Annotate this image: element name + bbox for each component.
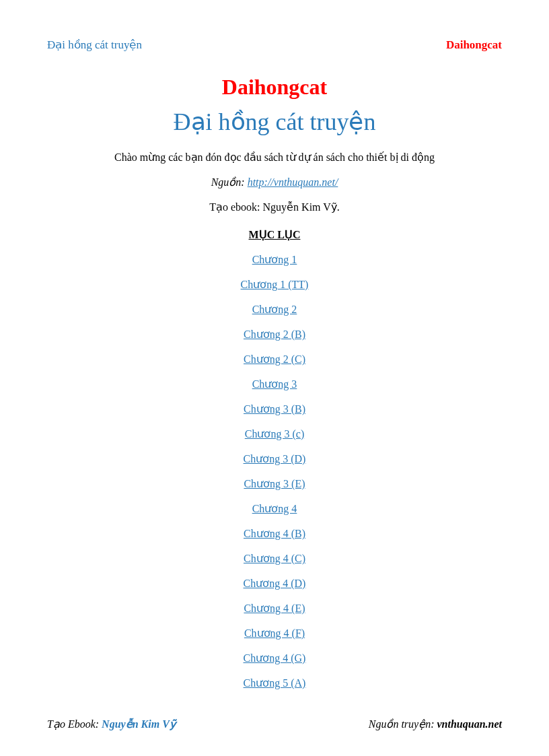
toc-heading: MỤC LỤC — [47, 228, 502, 241]
source-label: Nguồn: — [211, 176, 248, 188]
toc-item[interactable]: Chương 4 (G) — [47, 652, 502, 664]
footer-left-name: Nguyễn Kim Vỹ — [102, 718, 176, 730]
page-footer: Tạo Ebook: Nguyễn Kim Vỹ Nguồn truyện: v… — [47, 718, 502, 730]
footer-right: Nguồn truyện: vnthuquan.net — [369, 718, 502, 730]
toc-item[interactable]: Chương 2 (B) — [47, 328, 502, 341]
intro-text: Chào mừng các bạn đón đọc đầu sách từ dự… — [47, 151, 502, 164]
toc-item[interactable]: Chương 5 (A) — [47, 677, 502, 689]
title-book: Đại hồng cát truyện — [47, 108, 502, 136]
toc-item[interactable]: Chương 3 (D) — [47, 452, 502, 465]
toc-item[interactable]: Chương 4 (D) — [47, 577, 502, 590]
header-left-title: Đại hồng cát truyện — [47, 38, 142, 52]
toc-item[interactable]: Chương 2 — [47, 303, 502, 316]
ebook-creator: Tạo ebook: Nguyễn Kim Vỹ. — [47, 201, 502, 213]
toc-list: Chương 1 Chương 1 (TT) Chương 2 Chương 2… — [47, 253, 502, 689]
source-link[interactable]: http://vnthuquan.net/ — [248, 176, 338, 188]
page-header: Đại hồng cát truyện Daihongcat — [47, 38, 502, 52]
footer-right-label: Nguồn truyện — [369, 718, 431, 730]
toc-item[interactable]: Chương 3 (c) — [47, 427, 502, 440]
footer-sep: : — [96, 718, 102, 730]
toc-item[interactable]: Chương 3 — [47, 378, 502, 390]
toc-item[interactable]: Chương 2 (C) — [47, 353, 502, 366]
title-author: Daihongcat — [47, 75, 502, 100]
toc-item[interactable]: Chương 1 (TT) — [47, 278, 502, 291]
toc-item[interactable]: Chương 4 (E) — [47, 602, 502, 615]
toc-item[interactable]: Chương 1 — [47, 253, 502, 266]
toc-item[interactable]: Chương 4 (B) — [47, 527, 502, 540]
source-line: Nguồn: http://vnthuquan.net/ — [47, 176, 502, 188]
footer-right-source: vnthuquan.net — [437, 718, 502, 730]
toc-item[interactable]: Chương 4 — [47, 502, 502, 515]
footer-left: Tạo Ebook: Nguyễn Kim Vỹ — [47, 718, 176, 730]
toc-item[interactable]: Chương 3 (E) — [47, 477, 502, 490]
toc-item[interactable]: Chương 4 (C) — [47, 552, 502, 565]
footer-left-label: Tạo Ebook — [47, 718, 96, 730]
toc-item[interactable]: Chương 4 (F) — [47, 627, 502, 640]
header-right-author: Daihongcat — [446, 38, 502, 52]
toc-item[interactable]: Chương 3 (B) — [47, 403, 502, 415]
footer-sep: : — [431, 718, 437, 730]
